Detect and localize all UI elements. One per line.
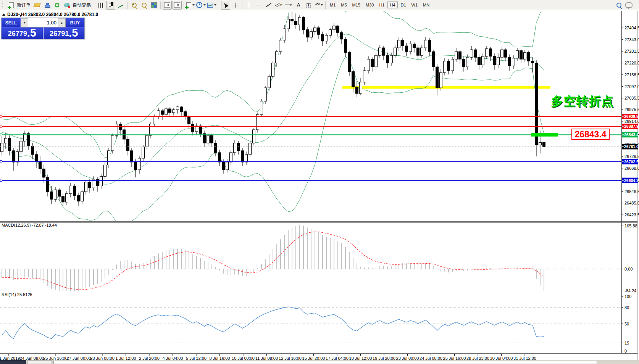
bottom-tabs-bar xyxy=(0,360,639,364)
search-icon xyxy=(616,3,621,8)
tf-M15[interactable]: M15 xyxy=(350,2,363,8)
chart-shift-button[interactable] xyxy=(173,1,182,10)
template-button[interactable] xyxy=(207,1,217,10)
macd-histogram-bar xyxy=(86,269,86,288)
candle xyxy=(474,50,477,57)
tf-MN[interactable]: MN xyxy=(421,2,432,8)
macd-histogram-bar xyxy=(395,265,395,269)
candle xyxy=(230,153,232,162)
candle xyxy=(127,139,129,151)
candle xyxy=(276,52,278,63)
channel-button[interactable]: E xyxy=(274,1,283,10)
horizontal-line-button[interactable] xyxy=(254,1,263,10)
sell-price-frac: .5 xyxy=(27,27,36,39)
profiles-button[interactable] xyxy=(196,1,206,10)
macd-histogram-bar xyxy=(341,243,342,269)
tf-M5[interactable]: M5 xyxy=(339,2,349,8)
volume-down-button[interactable]: ▼ xyxy=(21,18,28,27)
candle xyxy=(329,30,332,35)
svg-text:26781.0: 26781.0 xyxy=(624,144,639,149)
macd-histogram-bar xyxy=(116,265,117,269)
chart-tab[interactable] xyxy=(27,360,52,364)
rsi-tick-label: 100 xyxy=(624,294,631,299)
macd-histogram-bar xyxy=(2,269,2,278)
bar-chart-button[interactable] xyxy=(96,1,105,10)
sell-button[interactable]: SELL xyxy=(2,18,21,27)
candle xyxy=(436,67,439,88)
auto-scroll-button[interactable] xyxy=(163,1,172,10)
profile-button[interactable] xyxy=(42,1,52,10)
tf-H4[interactable]: H4 xyxy=(387,2,397,8)
candle xyxy=(352,72,355,87)
sell-price-button[interactable]: 26779.5 xyxy=(2,27,43,39)
cursor-button[interactable] xyxy=(221,1,230,10)
volume-up-button[interactable]: ▲ xyxy=(58,18,65,27)
tf-H1[interactable]: H1 xyxy=(377,2,387,8)
price-tick-label: 27097.0 xyxy=(624,84,639,89)
line-chart-button[interactable] xyxy=(116,1,125,10)
autotrading-label[interactable]: 自动交易 xyxy=(73,2,91,8)
bar-chart-icon xyxy=(98,3,103,8)
scroll-to-end-icon xyxy=(164,2,170,8)
crosshair-button[interactable] xyxy=(231,1,240,10)
market-watch-button[interactable] xyxy=(32,1,42,10)
macd-histogram-bar xyxy=(21,269,21,279)
autotrading-button[interactable] xyxy=(62,1,71,10)
chart-tab[interactable] xyxy=(0,360,26,364)
macd-histogram-bar xyxy=(150,259,151,269)
search-button[interactable] xyxy=(614,1,623,10)
rsi-tick-label: 0 xyxy=(624,349,627,353)
volume-input[interactable] xyxy=(28,18,58,27)
tile-windows-button[interactable] xyxy=(149,1,158,10)
candle xyxy=(77,195,80,201)
chat-button[interactable] xyxy=(624,1,633,10)
macd-histogram-bar xyxy=(196,256,197,269)
tf-W1[interactable]: W1 xyxy=(409,2,420,8)
trendline-button[interactable] xyxy=(264,1,273,10)
candle xyxy=(241,151,244,162)
macd-histogram-bar xyxy=(265,259,266,269)
macd-label: MACD(12,26,9) -72.87 -18.44 xyxy=(2,223,57,227)
signals-button[interactable] xyxy=(52,1,61,10)
candle xyxy=(108,151,110,165)
macd-histogram-bar xyxy=(28,269,29,277)
chart-area[interactable]: 27404.527343.027281.527220.027158.527097… xyxy=(0,11,639,364)
candle xyxy=(199,126,202,134)
collapse-panel-icon[interactable] xyxy=(2,13,5,16)
candlestick-icon xyxy=(108,2,113,8)
shapes-button[interactable] xyxy=(314,1,323,10)
macd-histogram-bar xyxy=(9,269,10,279)
macd-histogram-bar xyxy=(486,268,487,269)
macd-histogram-bar xyxy=(276,244,277,269)
trendline-icon xyxy=(266,3,271,7)
rsi-tick-label: 15 xyxy=(624,341,629,345)
candle xyxy=(283,29,286,40)
one-click-trading-panel: SELL ▼ ▲ BUY 26779.5 26791.5 xyxy=(1,18,85,39)
price-tick-label: 27281.5 xyxy=(624,49,639,53)
tf-D1[interactable]: D1 xyxy=(399,2,408,8)
new-order-button[interactable] xyxy=(6,1,16,10)
buy-price-button[interactable]: 26791.5 xyxy=(44,27,85,39)
zoom-in-button[interactable]: + xyxy=(129,1,139,10)
fibonacci-button[interactable]: F xyxy=(284,1,293,10)
line-chart-icon xyxy=(118,3,123,8)
candle xyxy=(444,61,446,72)
tf-M1[interactable]: M1 xyxy=(328,2,338,8)
text-label-button[interactable]: T xyxy=(304,1,313,10)
macd-histogram-bar xyxy=(135,264,136,269)
new-chart-button[interactable] xyxy=(186,1,195,10)
candle xyxy=(512,58,515,66)
tf-M30[interactable]: M30 xyxy=(363,2,376,8)
zoom-out-button[interactable]: - xyxy=(139,1,148,10)
vertical-line-button[interactable] xyxy=(244,1,253,10)
candlestick-chart-button[interactable] xyxy=(106,1,115,10)
macd-histogram-bar xyxy=(299,225,300,269)
buy-button[interactable]: BUY xyxy=(66,18,84,27)
candle xyxy=(188,116,190,124)
macd-histogram-bar xyxy=(292,227,292,269)
text-button[interactable]: A xyxy=(294,1,303,10)
candle xyxy=(432,52,435,67)
macd-histogram-bar xyxy=(364,268,365,269)
macd-histogram-bar xyxy=(379,266,380,269)
new-order-label[interactable]: 新订单 xyxy=(17,2,31,8)
